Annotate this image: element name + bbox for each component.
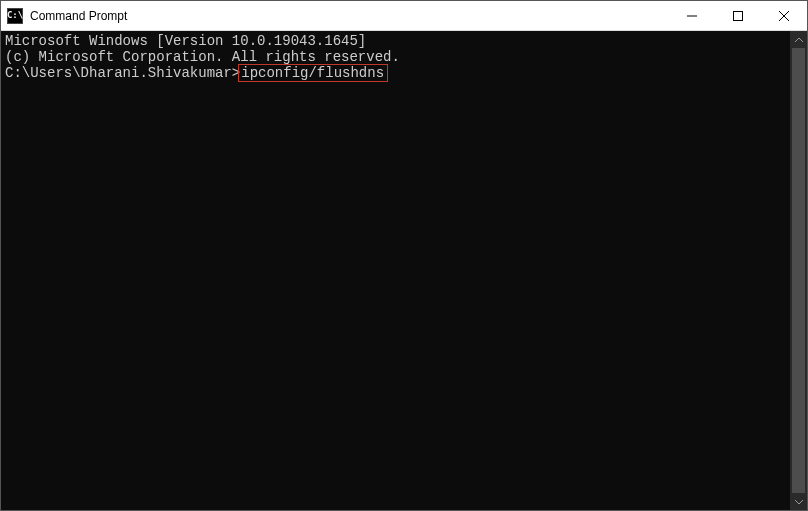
scroll-down-button[interactable] [790,493,807,510]
svg-rect-1 [734,11,743,20]
prompt-text: C:\Users\Dharani.Shivakumar> [5,65,240,81]
scrollbar-track[interactable] [790,48,807,493]
vertical-scrollbar[interactable] [790,31,807,510]
scrollbar-thumb[interactable] [792,48,805,493]
command-input[interactable]: ipconfig/flushdns [238,64,388,82]
chevron-up-icon [795,38,803,42]
client-area: Microsoft Windows [Version 10.0.19043.16… [1,31,807,510]
command-prompt-window: C:\ Command Prompt Microsoft Windows [Ve… [0,0,808,511]
window-title: Command Prompt [30,9,669,23]
prompt-line: C:\Users\Dharani.Shivakumar>ipconfig/flu… [5,65,790,81]
maximize-button[interactable] [715,1,761,30]
titlebar[interactable]: C:\ Command Prompt [1,1,807,31]
terminal-output[interactable]: Microsoft Windows [Version 10.0.19043.16… [1,31,790,510]
minimize-icon [687,11,697,21]
window-controls [669,1,807,30]
copyright-line: (c) Microsoft Corporation. All rights re… [5,49,790,65]
minimize-button[interactable] [669,1,715,30]
chevron-down-icon [795,500,803,504]
close-button[interactable] [761,1,807,30]
version-line: Microsoft Windows [Version 10.0.19043.16… [5,33,790,49]
app-icon: C:\ [7,8,23,24]
close-icon [779,11,789,21]
scroll-up-button[interactable] [790,31,807,48]
maximize-icon [733,11,743,21]
